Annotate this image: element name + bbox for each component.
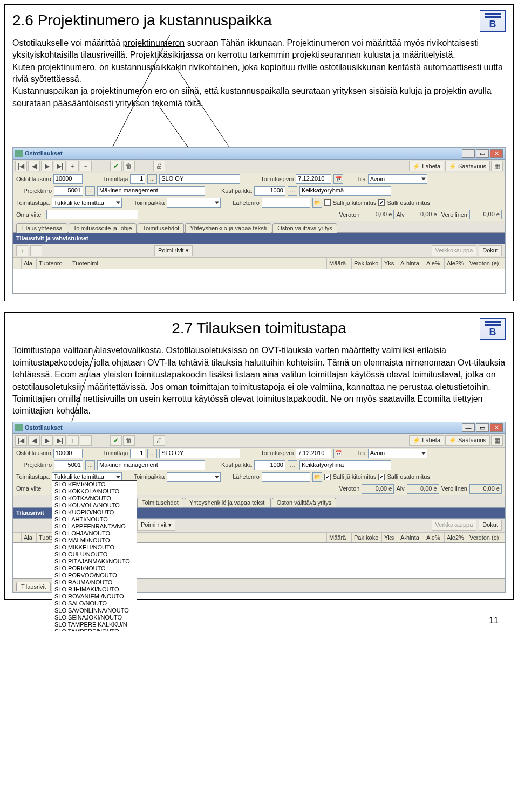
delete-icon-2[interactable]: 🗑 xyxy=(123,435,135,446)
send-button[interactable]: ⚡Lähetä xyxy=(409,161,444,171)
verkkokauppa-button[interactable]: Verkkokauppa xyxy=(432,245,477,256)
field-kustpaikka[interactable]: 1000 xyxy=(254,186,285,196)
chk-salli-osa-2[interactable]: ✔ xyxy=(378,474,385,480)
field-projektinimi-2[interactable]: Mäkinen management xyxy=(97,460,205,470)
tab-tilaus-yhteensa[interactable]: Tilaus yhteensä xyxy=(16,223,67,233)
availability-button-2[interactable]: ⚡Saatavuus xyxy=(445,435,490,446)
max-button-2[interactable]: ▭ xyxy=(476,423,489,432)
tab-toimitusehdot[interactable]: Toimitusehdot xyxy=(138,223,184,233)
lookup-projekti-icon[interactable]: … xyxy=(85,186,95,196)
dropdown-option[interactable]: SLO MALMI/NOUTO xyxy=(52,537,137,544)
field-toimitustapa[interactable]: Tukkuliike toimittaa xyxy=(52,198,122,208)
close-button-2[interactable]: ✕ xyxy=(490,423,503,432)
field-toimipaikka[interactable] xyxy=(167,198,221,208)
field-toimittaja-id-2[interactable]: 1 xyxy=(130,449,145,458)
field-projektinimi[interactable]: Mäkinen management xyxy=(97,186,205,196)
field-toimittaja-nimi-2[interactable]: SLO OY xyxy=(159,449,240,458)
col-maara[interactable]: Määrä xyxy=(327,258,352,269)
lookup-kustpaikka-2-icon[interactable]: … xyxy=(288,460,297,470)
dokut-button-2[interactable]: Dokut xyxy=(479,520,502,531)
remove-icon-2[interactable]: － xyxy=(80,435,92,446)
calendar-icon-2[interactable]: 📅 xyxy=(333,449,343,458)
verkkokauppa-button-2[interactable]: Verkkokauppa xyxy=(432,520,477,531)
poimi-button-2[interactable]: Poimi rivit ▾ xyxy=(137,520,175,531)
col-veroton[interactable]: Veroton (e) xyxy=(467,258,505,269)
nav-prev-icon[interactable]: ◀ xyxy=(28,161,40,171)
min-button[interactable]: — xyxy=(462,149,475,158)
col-ala[interactable]: Ala xyxy=(22,258,37,269)
close-button[interactable]: ✕ xyxy=(490,149,503,158)
add-icon-2[interactable]: ＋ xyxy=(67,435,79,446)
availability-button[interactable]: ⚡Saatavuus xyxy=(445,161,490,171)
col-ale[interactable]: Ale% xyxy=(424,258,445,269)
field-lahetenro[interactable] xyxy=(262,198,310,208)
grid-remove-icon[interactable]: － xyxy=(30,245,42,256)
accept-icon-2[interactable]: ✔ xyxy=(110,435,122,446)
tab-yhteyshenkilo[interactable]: Yhteyshenkilö ja vapaa teksti xyxy=(185,223,271,233)
dropdown-option[interactable]: SLO TAMPERE KALKKU/N xyxy=(52,621,137,628)
field-tila-2[interactable]: Avoin xyxy=(368,449,427,458)
tab-toimitusosoite[interactable]: Toimitusosoite ja -ohje xyxy=(69,223,137,233)
tab-oston-valittava[interactable]: Oston välittävä yritys xyxy=(272,223,337,233)
col-tuotenro[interactable]: Tuotenro xyxy=(37,258,70,269)
extra-icon[interactable]: ▦ xyxy=(491,161,503,171)
chk-salli-jalki[interactable] xyxy=(324,199,331,206)
tab-toimitusehdot-2[interactable]: Toimitusehdot xyxy=(137,498,183,507)
dropdown-option[interactable]: SLO PITÄJÄNMÄKI/NOUTO xyxy=(52,558,137,565)
dropdown-option[interactable]: SLO SEINÄJOKI/NOUTO xyxy=(52,614,137,621)
nav-next-icon[interactable]: ▶ xyxy=(41,161,53,171)
dropdown-option[interactable]: SLO KEMI/NOUTO xyxy=(52,481,137,488)
dropdown-option[interactable]: SLO PORI/NOUTO xyxy=(52,565,137,572)
grid-add-icon[interactable]: ＋ xyxy=(16,245,28,256)
dropdown-option[interactable]: SLO LAPPEENRANTA/NO xyxy=(52,523,137,530)
lookup-projekti-2-icon[interactable]: … xyxy=(85,460,95,470)
dropdown-option[interactable]: SLO PORVOO/NOUTO xyxy=(52,572,137,579)
dropdown-option[interactable]: SLO KOTKA/NOUTO xyxy=(52,495,137,502)
add-icon[interactable]: ＋ xyxy=(67,161,79,171)
dropdown-option[interactable]: SLO SALO/NOUTO xyxy=(52,600,137,607)
toimitustapa-dropdown-list[interactable]: SLO KEMI/NOUTOSLO KOKKOLA/NOUTOSLO KOTKA… xyxy=(52,480,137,631)
send-button-2[interactable]: ⚡Lähetä xyxy=(409,435,444,446)
lookup-toimittaja-icon[interactable]: … xyxy=(147,174,157,184)
col-ale2[interactable]: Ale2% xyxy=(445,258,467,269)
field-projektinro[interactable]: 5001 xyxy=(54,186,83,196)
nav-last-icon[interactable]: ▶| xyxy=(54,161,66,171)
col-pakkoko[interactable]: Pak.koko xyxy=(352,258,382,269)
field-toimipaikka-2[interactable] xyxy=(167,472,221,482)
field-projektinro-2[interactable]: 5001 xyxy=(54,460,83,470)
nav-first-icon[interactable]: |◀ xyxy=(15,161,27,171)
poimi-button[interactable]: Poimi rivit ▾ xyxy=(154,245,193,256)
dokut-button[interactable]: Dokut xyxy=(479,245,502,256)
col-ahinta[interactable]: A-hinta xyxy=(398,258,424,269)
nav-last-icon-2[interactable]: ▶| xyxy=(54,435,66,446)
print-icon[interactable]: 🖨 xyxy=(153,161,165,171)
remove-icon[interactable]: － xyxy=(80,161,92,171)
dropdown-option[interactable]: SLO TAMPERE/NOUTO xyxy=(52,628,137,631)
nav-next-icon-2[interactable]: ▶ xyxy=(41,435,53,446)
field-lahetenro-2[interactable] xyxy=(262,472,310,482)
field-ostotilausnro[interactable]: 10000 xyxy=(53,174,83,184)
chk-salli-osa[interactable]: ✔ xyxy=(378,199,385,206)
accept-icon[interactable]: ✔ xyxy=(110,161,122,171)
dropdown-option[interactable]: SLO ROVANIEMI/NOUTO xyxy=(52,593,137,600)
field-toimituspvm-2[interactable]: 7.12.2010 xyxy=(296,449,331,458)
max-button[interactable]: ▭ xyxy=(476,149,489,158)
field-toimittaja-id[interactable]: 1 xyxy=(130,174,145,184)
dropdown-option[interactable]: SLO MIKKELI/NOUTO xyxy=(52,544,137,551)
dropdown-option[interactable]: SLO KOKKOLA/NOUTO xyxy=(52,488,137,495)
nav-prev-icon-2[interactable]: ◀ xyxy=(28,435,40,446)
field-kustpaikka-nimi[interactable]: Keikkatyöryhmä xyxy=(299,186,391,196)
tab-yhteyshenkilo-2[interactable]: Yhteyshenkilö ja vapaa teksti xyxy=(185,498,271,507)
field-oma-viite[interactable] xyxy=(46,210,138,219)
field-tila[interactable]: Avoin xyxy=(368,174,427,184)
dropdown-option[interactable]: SLO RIIHIMÄKI/NOUTO xyxy=(52,586,137,593)
calendar-icon[interactable]: 📅 xyxy=(333,174,343,184)
chk-salli-jalki-2[interactable]: ✔ xyxy=(324,474,331,480)
extra-icon-2[interactable]: ▦ xyxy=(491,435,503,446)
dropdown-option[interactable]: SLO RAUMA/NOUTO xyxy=(52,579,137,586)
col-yks[interactable]: Yks xyxy=(382,258,398,269)
lookup-toimittaja-2-icon[interactable]: … xyxy=(147,449,157,458)
field-kustpaikka-nimi-2[interactable]: Keikkatyöryhmä xyxy=(299,460,391,470)
field-ostotilausnro-2[interactable]: 10000 xyxy=(53,449,83,458)
lookup-kustpaikka-icon[interactable]: … xyxy=(288,186,297,196)
